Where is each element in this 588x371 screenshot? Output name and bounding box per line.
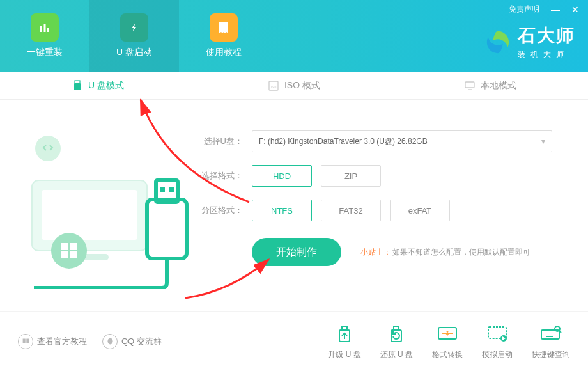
tab-iso-mode[interactable]: ISO ISO 模式	[196, 72, 392, 99]
tool-simulate-boot[interactable]: 模拟启动	[482, 322, 513, 360]
hint-text-block: 小贴士：如果不知道怎么配置，使用默认配置即可	[360, 247, 530, 258]
svg-rect-17	[70, 251, 77, 258]
bottom-bar: 查看官方教程 QQ 交流群 升级 U 盘 还原 U 盘 格式转换 模拟启动 快捷…	[0, 311, 588, 371]
monitor-icon	[464, 80, 476, 91]
brand-subtitle: 装机大师	[518, 49, 575, 60]
hint-text: 如果不知道怎么配置，使用默认配置即可	[392, 248, 530, 257]
close-button[interactable]: ✕	[571, 5, 579, 14]
brand: 石大师 装机大师	[484, 24, 575, 60]
svg-rect-10	[42, 190, 137, 240]
svg-point-12	[35, 136, 61, 161]
monitor-play-icon	[484, 322, 510, 345]
svg-rect-14	[61, 243, 68, 250]
qq-group-link[interactable]: QQ 交流群	[102, 334, 162, 349]
minimize-button[interactable]: —	[551, 5, 560, 14]
svg-rect-4	[74, 83, 81, 90]
format-option-zip[interactable]: ZIP	[321, 165, 381, 187]
nav-label: 一键重装	[27, 47, 63, 58]
svg-rect-0	[40, 26, 42, 32]
svg-point-13	[51, 233, 87, 269]
tool-hotkey-lookup[interactable]: 快捷键查询	[532, 322, 570, 360]
iso-icon: ISO	[268, 80, 279, 91]
svg-rect-18	[147, 200, 187, 258]
usb-up-icon	[332, 322, 357, 345]
book-open-icon	[18, 334, 33, 349]
keyboard-search-icon	[538, 322, 564, 345]
format-option-hdd[interactable]: HDD	[252, 165, 312, 187]
official-tutorial-link[interactable]: 查看官方教程	[18, 334, 87, 349]
chevron-down-icon: ▾	[541, 137, 545, 146]
brand-logo-icon	[484, 29, 511, 56]
main-content: 选择U盘： F: (hd2) KingstonDataTraveler 3.0 …	[0, 100, 588, 311]
hint-label: 小贴士：	[360, 248, 391, 257]
tab-label: U 盘模式	[88, 80, 124, 91]
qq-icon	[102, 334, 118, 349]
tool-format-convert[interactable]: 格式转换	[432, 322, 463, 360]
usb-select-value: F: (hd2) KingstonDataTraveler 3.0 (U盘) 2…	[259, 136, 428, 147]
nav-label: 使用教程	[206, 47, 242, 58]
svg-rect-26	[394, 326, 399, 330]
header-bar: 一键重装 U 盘启动 使用教程 免责声明 — ✕ 石大师	[0, 0, 588, 72]
book-icon	[210, 13, 238, 42]
svg-text:ISO: ISO	[271, 85, 277, 89]
svg-rect-7	[465, 82, 474, 88]
partition-option-exfat[interactable]: exFAT	[390, 200, 450, 221]
tab-usb-mode[interactable]: U 盘模式	[0, 72, 196, 99]
svg-rect-20	[160, 187, 165, 192]
tab-label: 本地模式	[481, 80, 516, 91]
disclaimer-link[interactable]: 免责声明	[509, 4, 539, 15]
usb-illustration	[19, 116, 198, 289]
svg-rect-3	[75, 81, 80, 83]
format-label: 选择格式：	[198, 170, 243, 182]
brand-title: 石大师	[518, 24, 575, 48]
convert-icon	[435, 322, 460, 345]
nav-tutorial[interactable]: 使用教程	[179, 0, 268, 72]
svg-point-22	[107, 338, 112, 345]
tool-restore-usb[interactable]: 还原 U 盘	[380, 322, 413, 360]
bars-icon	[31, 13, 59, 42]
partition-option-fat32[interactable]: FAT32	[321, 200, 381, 221]
tab-label: ISO 模式	[284, 80, 320, 91]
nav-usb-boot[interactable]: U 盘启动	[89, 0, 179, 72]
usb-select[interactable]: F: (hd2) KingstonDataTraveler 3.0 (U盘) 2…	[252, 130, 552, 152]
partition-option-ntfs[interactable]: NTFS	[252, 200, 312, 221]
mode-tabs: U 盘模式 ISO ISO 模式 本地模式	[0, 72, 588, 100]
main-nav: 一键重装 U 盘启动 使用教程	[0, 0, 268, 72]
nav-reinstall[interactable]: 一键重装	[0, 0, 89, 72]
svg-rect-15	[70, 243, 77, 250]
svg-rect-21	[169, 187, 174, 192]
partition-label: 分区格式：	[198, 205, 243, 216]
usb-icon	[72, 80, 83, 91]
select-usb-label: 选择U盘：	[198, 136, 243, 147]
svg-rect-24	[342, 326, 347, 330]
nav-label: U 盘启动	[116, 47, 152, 58]
header-right: 免责声明 — ✕ 石大师 装机大师	[484, 0, 588, 60]
usb-restore-icon	[383, 322, 409, 345]
start-button[interactable]: 开始制作	[252, 238, 341, 266]
tool-upgrade-usb[interactable]: 升级 U 盘	[328, 322, 360, 360]
svg-rect-16	[61, 251, 68, 258]
shield-bolt-icon	[120, 13, 148, 42]
svg-rect-1	[44, 24, 46, 32]
svg-rect-2	[47, 28, 49, 32]
tab-local-mode[interactable]: 本地模式	[392, 72, 588, 99]
config-form: 选择U盘： F: (hd2) KingstonDataTraveler 3.0 …	[198, 116, 569, 311]
